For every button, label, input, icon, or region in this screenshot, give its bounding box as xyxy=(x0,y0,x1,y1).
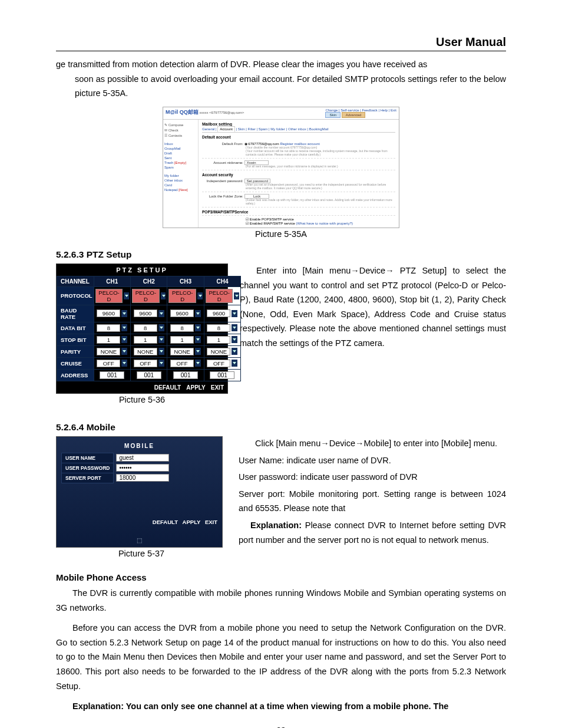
contacts-link[interactable]: Contacts xyxy=(168,134,183,137)
databit-ch2[interactable]: 8 xyxy=(132,324,166,332)
cruise-ch1[interactable]: OFF xyxy=(95,360,129,367)
ptz-setup-figure: PTZ SETUP CHANNEL CH1 CH2 CH3 CH4 PROTOC… xyxy=(56,263,228,394)
ptz-ch1: CH1 xyxy=(94,276,130,286)
baud-ch4[interactable]: 9600 xyxy=(206,309,239,317)
sent-link[interactable]: Sent xyxy=(164,156,197,160)
address-ch1[interactable]: 001 xyxy=(100,371,124,379)
mob-default-button[interactable]: DEFAULT xyxy=(153,519,178,525)
groupmail-link[interactable]: GroupMail xyxy=(164,147,197,150)
pop-service-h: POP3/IMAP/SMTPService xyxy=(202,210,395,216)
caption-537: Picture 5-37 xyxy=(56,549,227,558)
card-link[interactable]: Card xyxy=(164,183,172,187)
ptz-row-baud: BAUD RATE xyxy=(57,305,94,322)
parity-ch3[interactable]: NONE xyxy=(168,348,202,355)
nickname-note: (For all sent messages, your mailbox nic… xyxy=(202,164,395,168)
ptz-default-button[interactable]: DEFAULT xyxy=(154,384,181,391)
parity-ch2[interactable]: NONE xyxy=(132,348,166,355)
mob-password-field[interactable] xyxy=(116,464,169,472)
parity-ch4[interactable]: NONE xyxy=(206,348,239,355)
otherinbox-link[interactable]: Other inbox xyxy=(164,179,197,182)
lock-note: (Folder field was made up with my folder… xyxy=(202,198,395,205)
draft-link[interactable]: Draft xyxy=(164,151,197,155)
notepad-link[interactable]: Notepad xyxy=(164,188,178,192)
trash-link[interactable]: Trash xyxy=(164,161,173,164)
mob-exit-button[interactable]: EXIT xyxy=(205,519,217,525)
inbox-link[interactable]: Inbox xyxy=(164,142,197,146)
manual-header: User Manual xyxy=(56,35,506,51)
ptz-heading: 5.2.6.3 PTZ Setup xyxy=(56,249,506,260)
caption-536: Picture 5-36 xyxy=(56,395,228,404)
mob-username-field[interactable] xyxy=(116,454,169,462)
ptz-row-stopbit: STOP BIT xyxy=(57,334,94,345)
settings-tabs[interactable]: General | Account | Skin | Filter | Spam… xyxy=(202,127,395,133)
trash-empty[interactable]: [Empty] xyxy=(174,161,186,164)
access-p3: Explanation: You can only see one channe… xyxy=(56,699,506,714)
enable-pop-cb[interactable]: Enable POP3/SMTP service xyxy=(250,218,294,221)
mobile-explanation: Explanation: Please connect DVR to Inter… xyxy=(239,518,506,547)
ptz-row-address: ADDRESS xyxy=(57,369,94,381)
advanced-btn[interactable]: Advanced xyxy=(342,112,366,118)
nickname-label: Account nickname: xyxy=(202,161,243,164)
stopbit-ch3[interactable]: 1 xyxy=(168,336,202,344)
ptz-body: Enter into [Main menu→Device→ PTZ Setup]… xyxy=(240,263,506,351)
databit-ch3[interactable]: 8 xyxy=(168,324,202,332)
email-settings-screenshot: M@il QQ邮箱 xxxxx <67977756@qq.com> Change… xyxy=(163,107,399,228)
account-security-h: Account security xyxy=(202,173,395,177)
address-ch4[interactable]: 001 xyxy=(210,371,234,379)
default-from-label: Default From: xyxy=(202,142,243,146)
myfolder-link[interactable]: My folder xyxy=(164,174,197,177)
mail-logo: M@il QQ邮箱 xyxy=(166,109,199,115)
pop-help-link[interactable]: (What have to notice with property?) xyxy=(296,222,353,225)
protocol-ch1[interactable]: PELCO-D xyxy=(95,289,129,303)
caption-535a: Picture 5-35A xyxy=(56,229,506,239)
cruise-ch2[interactable]: OFF xyxy=(132,360,166,367)
enable-imap-cb[interactable]: Enabled IMAP/SMTP service xyxy=(250,222,295,225)
databit-ch4[interactable]: 8 xyxy=(206,324,239,332)
access-heading: Mobile Phone Access xyxy=(56,572,506,582)
baud-ch2[interactable]: 9600 xyxy=(132,309,166,317)
ptz-exit-button[interactable]: EXIT xyxy=(211,384,224,391)
stopbit-ch1[interactable]: 1 xyxy=(95,336,129,344)
baud-ch1[interactable]: 9600 xyxy=(95,309,129,317)
mobile-panel-title: MOBILE xyxy=(61,443,217,449)
page-number: 23 xyxy=(56,726,506,728)
spam-link[interactable]: Spam xyxy=(164,166,197,169)
protocol-ch2[interactable]: PELCO-D xyxy=(132,289,166,303)
cruise-ch3[interactable]: OFF xyxy=(168,360,202,367)
ptz-row-databit: DATA BIT xyxy=(57,322,94,334)
intro-line2: soon as possible to avoid overloading yo… xyxy=(56,72,506,101)
mobile-p4: Server port: Mobile monitoring port. Set… xyxy=(239,487,506,516)
baud-ch3[interactable]: 9600 xyxy=(168,309,202,317)
ptz-title: PTZ SETUP xyxy=(57,264,227,276)
mob-port-field[interactable] xyxy=(116,474,169,482)
mob-port-label: SERVER PORT xyxy=(62,473,114,483)
cursor-icon: ⬚ xyxy=(61,537,217,543)
mob-apply-button[interactable]: APPLY xyxy=(183,519,201,525)
stopbit-ch4[interactable]: 1 xyxy=(206,336,239,344)
protocol-ch3[interactable]: PELCO-D xyxy=(168,289,202,303)
mobile-p1: Click [Main menu→Device→Mobile] to enter… xyxy=(239,436,506,451)
ptz-apply-button[interactable]: APPLY xyxy=(186,384,205,391)
compose-link[interactable]: Compose xyxy=(168,123,184,127)
ptz-row-channel: CHANNEL xyxy=(57,276,94,286)
cruise-ch4[interactable]: OFF xyxy=(206,360,239,367)
acct-note2: (Your number account will be not able to… xyxy=(202,149,395,156)
mail-user: xxxxx <67977756@qq.com> xyxy=(199,111,244,114)
protocol-ch4[interactable]: PELCO-D xyxy=(206,289,239,303)
databit-ch1[interactable]: 8 xyxy=(95,324,129,332)
address-ch2[interactable]: 001 xyxy=(137,371,161,379)
default-account-h: Default account xyxy=(202,135,395,139)
skin-btn[interactable]: Skin xyxy=(325,112,340,118)
notepad-new[interactable]: [New] xyxy=(178,188,187,192)
stopbit-ch2[interactable]: 1 xyxy=(132,336,166,344)
mob-username-label: USER NAME xyxy=(62,453,114,463)
mobile-p2: User Name: indicate user name of DVR. xyxy=(239,453,506,468)
check-link[interactable]: Check xyxy=(168,129,178,132)
access-p2: Before you can access the DVR from a mob… xyxy=(56,621,506,693)
mailbox-setting-title: Mailbox setting xyxy=(202,122,395,126)
ptz-ch3: CH3 xyxy=(167,276,204,286)
indep-pass-label: Independent password: xyxy=(202,179,243,183)
address-ch3[interactable]: 001 xyxy=(173,371,198,379)
ptz-ch4: CH4 xyxy=(204,276,240,286)
parity-ch1[interactable]: NONE xyxy=(95,348,129,355)
